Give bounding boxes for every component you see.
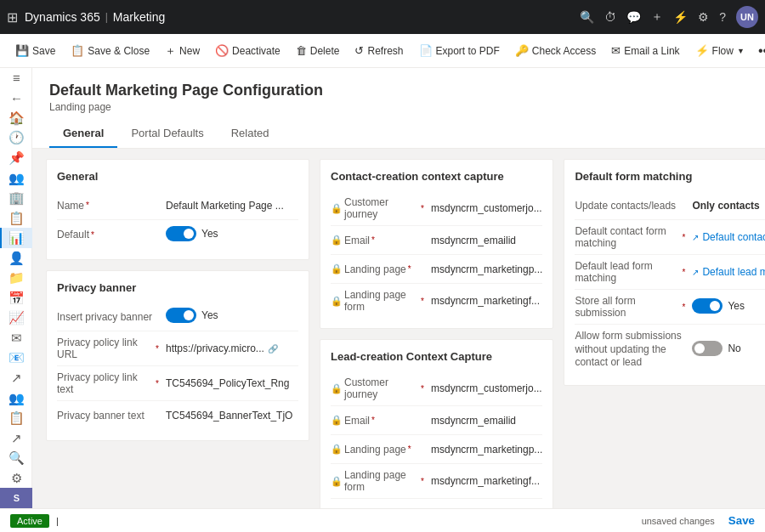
nav-marketing-icon[interactable]: 📊 [0, 228, 32, 248]
nav-activities-icon[interactable]: 📋 [0, 208, 32, 229]
unsaved-changes-label: unsaved changes [642, 516, 715, 526]
default-toggle-thumb [184, 229, 194, 239]
nav-search-icon[interactable]: 🔍 [0, 448, 32, 468]
insert-privacy-toggle-track[interactable] [166, 308, 196, 323]
nav-menu-icon[interactable]: ≡ [0, 68, 32, 88]
field-value-name[interactable]: Default Marketing Page ... [166, 200, 298, 212]
tab-related[interactable]: Related [218, 120, 283, 148]
field-value-lc-journey[interactable]: msdyncrm_customerjo... [431, 382, 542, 394]
field-value-privacy-banner-text[interactable]: TC545694_BannerText_TjO [166, 410, 298, 422]
field-value-privacy-url[interactable]: https://privacy.micro... 🔗 [166, 342, 298, 354]
new-button[interactable]: ＋ New [158, 40, 207, 62]
link-icon-lead: ↗ [692, 268, 699, 277]
field-value-lc-email[interactable]: msdyncrm_emailid [431, 415, 542, 427]
nav-leads-icon[interactable]: 👤 [0, 248, 32, 269]
status-bar-save-button[interactable]: Save [728, 514, 755, 527]
field-row-lc-contact: 🔒 Contact parentcontactid [331, 499, 542, 508]
status-separator: | [56, 516, 59, 526]
user-avatar[interactable]: UN [736, 6, 758, 28]
nav-list-icon[interactable]: 📋 [0, 408, 32, 428]
required-indicator-name: * [86, 201, 89, 210]
email-icon: ✉ [611, 44, 620, 57]
field-label-lc-form: 🔒 Landing page form * [331, 469, 424, 493]
field-value-privacy-link-text[interactable]: TC545694_PolicyText_Rng [166, 377, 298, 389]
field-value-cc-email[interactable]: msdyncrm_emailid [431, 235, 542, 246]
nav-link-icon[interactable]: ↗ [0, 368, 32, 388]
field-value-cc-landing[interactable]: msdyncrm_marketingp... [431, 263, 542, 275]
privacy-banner-card: Privacy banner Insert privacy banner Yes [46, 270, 309, 441]
nav-settings-icon[interactable]: ⚙ [0, 468, 32, 489]
top-nav-actions: 🔍 ⏱ 💬 ＋ ⚡ ⚙ ? UN [580, 6, 758, 28]
field-label-default: Default * [57, 229, 159, 241]
main-content: Default Marketing Page Configuration Lan… [32, 68, 765, 508]
store-submission-toggle-track[interactable] [692, 298, 722, 314]
question-icon[interactable]: ? [719, 10, 726, 24]
field-label-lc-journey: 🔒 Customer journey * [331, 376, 424, 400]
save-close-button[interactable]: 📋 Save & Close [64, 41, 156, 60]
delete-button[interactable]: 🗑 Delete [289, 41, 347, 60]
save-icon: 💾 [15, 44, 29, 57]
save-button[interactable]: 💾 Save [8, 41, 62, 60]
field-label-lc-landing: 🔒 Landing page * [331, 444, 424, 456]
flow-button[interactable]: ⚡ Flow ▼ [688, 41, 751, 60]
check-access-button[interactable]: 🔑 Check Access [508, 41, 603, 60]
field-row-privacy-link-text: Privacy policy link text * TC545694_Poli… [57, 366, 298, 401]
tab-general[interactable]: General [49, 120, 117, 148]
allow-form-toggle-track[interactable] [692, 341, 722, 356]
allow-form-toggle[interactable]: No [692, 341, 740, 356]
field-value-cc-form[interactable]: msdyncrm_marketingf... [431, 295, 542, 307]
lock-icon-lc-journey: 🔒 [331, 383, 343, 394]
nav-external-icon[interactable]: ↗ [0, 428, 32, 449]
req-lc-form: * [421, 477, 424, 486]
export-pdf-button[interactable]: 📄 Export to PDF [412, 41, 507, 60]
lock-icon-lc-email: 🔒 [331, 415, 343, 426]
nav-back-icon[interactable]: ← [0, 88, 32, 109]
field-value-cc-journey[interactable]: msdyncrm_customerjo... [431, 202, 542, 214]
nav-team-icon[interactable]: 👥 [0, 388, 32, 409]
field-value-lc-form[interactable]: msdyncrm_marketingf... [431, 475, 542, 487]
refresh-button[interactable]: ↺ Refresh [348, 41, 410, 60]
field-value-store-submission: Yes [692, 298, 765, 316]
lead-creation-title: Lead-creation Context Capture [331, 350, 542, 363]
insert-privacy-toggle[interactable]: Yes [166, 308, 218, 323]
field-value-default-contact-matching[interactable]: ↗ Default contact mat... [692, 231, 765, 243]
deactivate-button[interactable]: 🚫 Deactivate [208, 41, 287, 60]
default-toggle-track[interactable] [166, 226, 196, 241]
top-navigation: ⊞ Dynamics 365 | Marketing 🔍 ⏱ 💬 ＋ ⚡ ⚙ ?… [0, 0, 765, 34]
default-toggle[interactable]: Yes [166, 226, 218, 241]
email-link-button[interactable]: ✉ Email a Link [604, 41, 686, 60]
new-icon[interactable]: ＋ [651, 9, 663, 25]
nav-contacts-icon[interactable]: 👥 [0, 168, 32, 189]
filter-icon[interactable]: ⚡ [673, 10, 688, 24]
field-value-default-lead-matching[interactable]: ↗ Default lead matchi... [692, 266, 765, 278]
req-cc-email: * [371, 235, 375, 245]
field-label-lc-email: 🔒 Email * [331, 415, 424, 427]
app-grid-icon[interactable]: ⊞ [7, 9, 18, 25]
recent-icon[interactable]: ⏱ [604, 10, 616, 24]
nav-user-initial[interactable]: S [0, 488, 32, 508]
nav-pages-icon[interactable]: 📧 [0, 348, 32, 369]
allow-form-toggle-label: No [728, 342, 740, 354]
nav-email-icon[interactable]: ✉ [0, 328, 32, 348]
nav-home-icon[interactable]: 🏠 [0, 108, 32, 128]
settings-icon[interactable]: ⚙ [698, 10, 709, 24]
field-label-default-lead-matching: Default lead form matching * [575, 260, 685, 284]
more-actions-button[interactable]: ••• [753, 40, 765, 62]
store-submission-toggle[interactable]: Yes [692, 298, 745, 314]
module-name: Marketing [113, 10, 165, 24]
nav-pin-icon[interactable]: 📌 [0, 148, 32, 168]
store-submission-toggle-thumb [710, 301, 720, 311]
req-cc-journey: * [421, 204, 424, 213]
tab-portal-defaults[interactable]: Portal Defaults [117, 120, 217, 148]
nav-calendar-icon[interactable]: 📅 [0, 288, 32, 308]
nav-accounts-icon[interactable]: 🏢 [0, 188, 32, 208]
lock-icon-cc-journey: 🔒 [331, 203, 343, 214]
help-icon[interactable]: 💬 [626, 10, 641, 24]
field-value-lc-landing[interactable]: msdyncrm_marketingp... [431, 444, 542, 456]
privacy-banner-title: Privacy banner [57, 281, 298, 294]
nav-recent-icon[interactable]: 🕐 [0, 128, 32, 149]
search-icon[interactable]: 🔍 [580, 10, 594, 24]
nav-files-icon[interactable]: 📁 [0, 268, 32, 288]
field-label-cc-landing: 🔒 Landing page * [331, 263, 424, 275]
nav-chart-icon[interactable]: 📈 [0, 308, 32, 329]
